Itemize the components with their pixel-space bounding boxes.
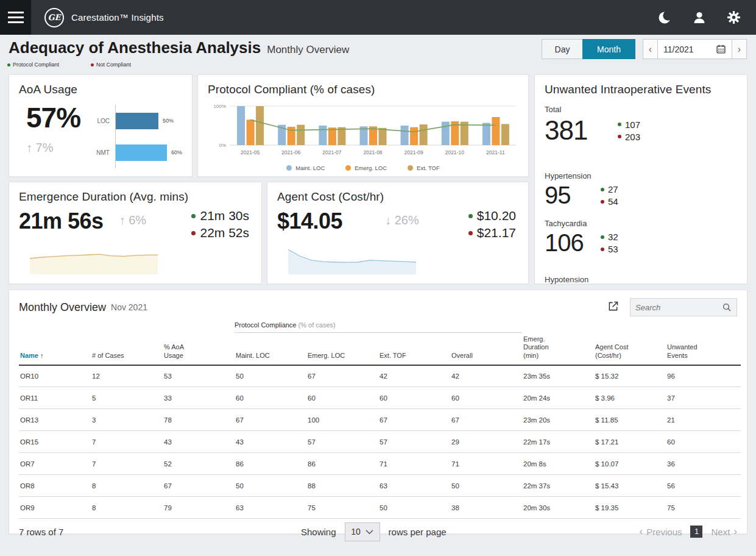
- column-header-name[interactable]: Name↑: [19, 333, 91, 365]
- page-size-select[interactable]: 10: [345, 522, 380, 541]
- column-header-emerg-duration[interactable]: Emerg. Duration (min): [522, 333, 594, 365]
- table-cell: 60: [450, 387, 522, 409]
- gear-icon: [726, 10, 741, 25]
- table-cell: 50: [450, 475, 522, 497]
- svg-text:2021-06: 2021-06: [281, 149, 300, 155]
- table-row[interactable]: OR157434357572922m 17s$ 17.2160: [19, 431, 741, 453]
- unwanted-total-noncompliant: 203: [618, 132, 640, 142]
- previous-page-button[interactable]: ‹Previous: [639, 526, 682, 538]
- aoa-usage-card: AoA Usage 57% ↑ 7% LOCNMT 50%60%: [9, 74, 193, 177]
- column-header-emerg-loc[interactable]: Emerg. LOC: [306, 333, 378, 365]
- agent-cost-card: Agent Cost (Cost/hr) $14.05 ↓ 26% $10.20…: [267, 182, 529, 284]
- table-cell: OR9: [19, 497, 91, 519]
- showing-label: Showing: [301, 527, 336, 537]
- date-prev-button[interactable]: ‹: [643, 39, 658, 59]
- column-header-cases[interactable]: # of Cases: [91, 333, 163, 365]
- aoa-value: 57%: [26, 102, 81, 134]
- column-header-overall[interactable]: Overall: [450, 333, 522, 365]
- legend-not-compliant: Not Compliant: [91, 62, 131, 68]
- calendar-icon[interactable]: [716, 44, 726, 54]
- noncompliant-dot-icon: [468, 231, 473, 235]
- current-page-button[interactable]: 1: [690, 526, 702, 538]
- topbar: GE Carestation™ Insights: [0, 0, 756, 35]
- table-cell: 75: [666, 497, 741, 519]
- emergence-card-title: Emergence Duration (Avg. mins): [19, 190, 252, 204]
- table-cell: OR7: [19, 453, 91, 475]
- table-cell: 96: [666, 365, 741, 387]
- legend-protocol-compliant: Protocol Compliant: [7, 62, 59, 68]
- table-cell: 7: [91, 453, 163, 475]
- aoa-bar-value: 60%: [171, 149, 182, 155]
- date-picker: ‹ 11/2021 ›: [643, 39, 747, 59]
- table-cell: 67: [450, 409, 522, 431]
- agent-cost-sparkline-svg: [288, 244, 416, 274]
- table-cell: 42: [450, 365, 522, 387]
- table-cell: 86: [306, 453, 378, 475]
- table-cell: 56: [666, 475, 741, 497]
- table-cell: 43: [235, 431, 306, 453]
- dark-mode-button[interactable]: [657, 10, 673, 26]
- table-cell: 38: [450, 497, 522, 519]
- table-cell: 23m 35s: [522, 365, 594, 387]
- emergence-noncompliant: 22m 52s: [191, 226, 249, 240]
- compliant-dot-icon: [601, 188, 604, 191]
- svg-text:2021-07: 2021-07: [322, 149, 341, 155]
- column-header-maint-loc[interactable]: Maint. LOC: [235, 333, 306, 365]
- aoa-card-title: AoA Usage: [19, 83, 182, 96]
- export-button[interactable]: [606, 300, 620, 315]
- table-row[interactable]: OR98796375503820m 30s$ 19.3575: [19, 497, 741, 519]
- table-cell: 21: [666, 409, 741, 431]
- column-header-aoa-usage[interactable]: % AoA Usage: [163, 333, 235, 365]
- month-toggle-button[interactable]: Month: [582, 39, 635, 59]
- next-page-button[interactable]: Next›: [711, 526, 737, 538]
- date-field[interactable]: 11/2021: [657, 39, 732, 59]
- svg-text:2021-10: 2021-10: [445, 149, 464, 155]
- svg-text:2021-11: 2021-11: [486, 149, 505, 155]
- protocol-card-title: Protocol Compliant (% of cases): [208, 83, 518, 96]
- column-header-unwanted-events[interactable]: Unwanted Events: [666, 333, 741, 365]
- agent-cost-compliant: $10.20: [468, 208, 516, 223]
- protocol-chart-legend: Maint. LOCEmerg. LOCExt. TOF: [208, 165, 518, 171]
- unwanted-card-title: Unwanted Intraoperative Events: [545, 83, 737, 96]
- search-icon[interactable]: [722, 302, 732, 312]
- noncompliant-dot-icon: [618, 135, 621, 138]
- date-value: 11/2021: [663, 45, 694, 54]
- table-cell: OR15: [19, 431, 91, 453]
- emergence-value: 21m 56s: [19, 208, 104, 234]
- table-cell: 20m 24s: [522, 387, 594, 409]
- table-cell: 67: [378, 409, 450, 431]
- agent-cost-delta: ↓ 26%: [385, 213, 419, 227]
- metric-hypertension: Hypertension 95 27 54: [545, 171, 641, 209]
- settings-button[interactable]: [726, 10, 741, 26]
- monthly-overview-table-card: Monthly Overview Nov 2021: [9, 290, 747, 534]
- rows-per-page-label: rows per page: [389, 527, 447, 537]
- compliant-dot-icon: [601, 235, 604, 239]
- agent-cost-value: $14.05: [277, 208, 342, 234]
- table-row[interactable]: OR77528686717120m 8s$ 10.0736: [19, 453, 741, 475]
- table-cell: $ 15.32: [594, 365, 666, 387]
- search-input[interactable]: [635, 303, 722, 312]
- user-profile-button[interactable]: [691, 10, 707, 26]
- table-cell: 60: [235, 387, 306, 409]
- table-row[interactable]: OR1337867100676723m 20s$ 11.8521: [19, 409, 741, 431]
- noncompliant-dot-icon: [191, 231, 196, 235]
- column-header-ext-tof[interactable]: Ext. TOF: [378, 333, 450, 365]
- aoa-bar: [116, 144, 167, 161]
- emergence-duration-card: Emergence Duration (Avg. mins) 21m 56s ↑…: [9, 182, 262, 284]
- agent-cost-noncompliant: $21.17: [468, 226, 516, 240]
- table-cell: 88: [306, 475, 378, 497]
- date-next-button[interactable]: ›: [732, 39, 747, 59]
- aoa-bar-labels: LOCNMT: [91, 105, 115, 168]
- table-cell: 5: [91, 387, 163, 409]
- table-cell: 3: [91, 409, 163, 431]
- day-toggle-button[interactable]: Day: [542, 39, 582, 59]
- table-row[interactable]: OR115336060606020m 24s$ 3.9637: [19, 387, 741, 409]
- table-body: OR1012535067424223m 35s$ 15.3296OR115336…: [19, 365, 741, 519]
- table-row[interactable]: OR88675088635022m 37s$ 15.4356: [19, 475, 741, 497]
- protocol-chart-svg: 100%0%2021-052021-062021-072021-082021-0…: [208, 101, 520, 163]
- table-row[interactable]: OR1012535067424223m 35s$ 15.3296: [19, 365, 741, 387]
- compliant-dot-icon: [618, 123, 621, 126]
- table-cell: 29: [450, 431, 522, 453]
- hamburger-menu-button[interactable]: [0, 0, 31, 35]
- column-header-agent-cost[interactable]: Agent Cost (Cost/hr): [594, 333, 666, 365]
